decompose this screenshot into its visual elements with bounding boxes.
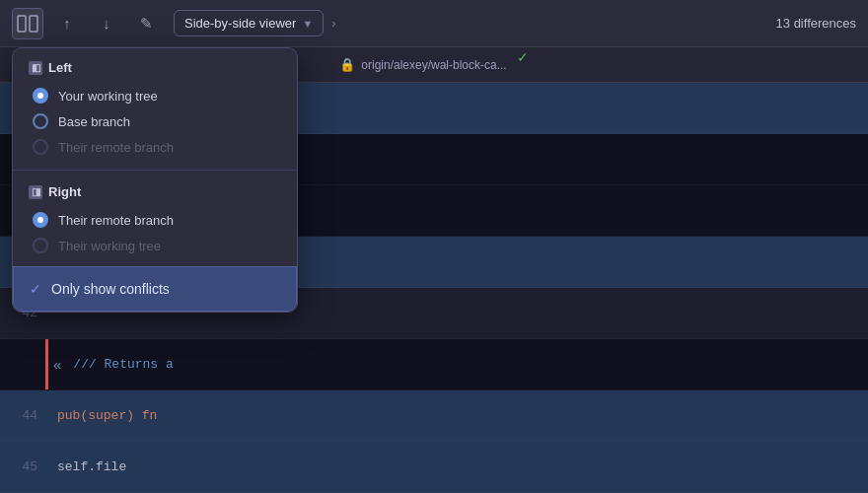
their-remote-branch-left-label: Their remote branch — [58, 140, 174, 155]
line-content: /// Returns a — [61, 357, 868, 372]
view-toggle-button[interactable] — [12, 8, 43, 39]
svg-rect-1 — [30, 16, 37, 32]
toolbar: ↑ ↓ ✎ Side-by-side viewer ▼ › 13 differe… — [0, 0, 868, 47]
their-remote-branch-right-label: Their remote branch — [58, 213, 174, 228]
their-working-tree-radio[interactable] — [33, 238, 48, 253]
chevron-down-icon: ▼ — [302, 18, 313, 30]
base-branch-option[interactable]: Base branch — [29, 108, 281, 134]
down-button[interactable]: ↓ — [91, 8, 122, 39]
table-row: « /// Returns a — [0, 339, 868, 390]
conflict-chevron-icon: « — [49, 356, 61, 373]
their-remote-branch-right-option[interactable]: Their remote branch — [29, 207, 281, 233]
verified-icon: ✓ — [517, 49, 529, 65]
differences-count: 13 differences — [776, 16, 856, 31]
up-button[interactable]: ↑ — [51, 8, 83, 39]
left-section: ◧ Left Your working tree Base branch The… — [13, 48, 297, 168]
their-working-tree-option[interactable]: Their working tree — [29, 233, 281, 258]
table-row: 44 pub(super) fn — [0, 390, 868, 442]
right-section-label: ◨ Right — [29, 184, 281, 199]
your-working-tree-label: Your working tree — [58, 89, 158, 104]
their-working-tree-label: Their working tree — [58, 239, 161, 253]
right-section-icon: ◨ — [29, 185, 42, 199]
their-remote-branch-left-radio[interactable] — [33, 139, 48, 155]
line-number: 45 — [0, 459, 49, 474]
viewer-dropdown[interactable]: Side-by-side viewer ▼ — [174, 10, 324, 36]
branch-name: origin/alexey/wal-block-ca... — [361, 58, 506, 72]
base-branch-radio[interactable] — [33, 113, 48, 129]
line-number: 44 — [0, 408, 49, 423]
only-show-conflicts-label: Only show conflicts — [51, 281, 170, 297]
up-icon: ↑ — [63, 15, 71, 32]
viewer-options-popup: ◧ Left Your working tree Base branch The… — [12, 47, 298, 313]
your-working-tree-option[interactable]: Your working tree — [29, 83, 281, 108]
left-section-icon: ◧ — [29, 61, 42, 75]
down-icon: ↓ — [103, 15, 110, 32]
left-section-label: ◧ Left — [29, 60, 281, 75]
their-remote-branch-right-radio[interactable] — [33, 212, 48, 228]
section-divider — [13, 170, 297, 171]
right-section: ◨ Right Their remote branch Their workin… — [13, 173, 297, 266]
your-working-tree-radio[interactable] — [33, 88, 48, 104]
line-content: self.file — [49, 459, 868, 474]
breadcrumb-chevron: › — [331, 16, 335, 31]
checkmark-icon: ✓ — [30, 281, 41, 297]
line-content: pub(super) fn — [49, 408, 868, 423]
only-show-conflicts-button[interactable]: ✓ Only show conflicts — [13, 266, 297, 312]
table-row: 45 self.file — [0, 442, 868, 493]
lock-icon: 🔒 — [339, 57, 355, 72]
edit-button[interactable]: ✎ — [130, 8, 162, 39]
svg-rect-0 — [18, 16, 26, 32]
viewer-dropdown-label: Side-by-side viewer — [184, 16, 296, 31]
edit-icon: ✎ — [140, 15, 153, 33]
base-branch-label: Base branch — [58, 114, 130, 129]
their-remote-branch-left-option[interactable]: Their remote branch — [29, 134, 281, 160]
